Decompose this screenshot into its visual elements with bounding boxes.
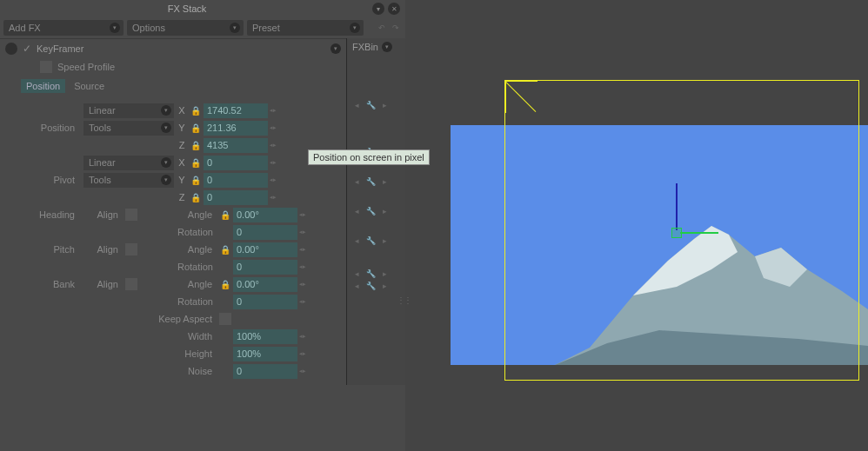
pivot-z-input[interactable] bbox=[204, 190, 268, 205]
lock-icon[interactable]: 🔒 bbox=[190, 174, 202, 186]
axis-y-handle[interactable] bbox=[676, 183, 678, 230]
stepper-icon[interactable]: ◂▸ bbox=[270, 176, 277, 183]
speed-profile-item[interactable]: Speed Profile bbox=[0, 58, 346, 76]
undo-icon[interactable]: ↶ bbox=[376, 22, 388, 34]
bank-angle-input[interactable] bbox=[233, 277, 297, 292]
panel-title: FX Stack bbox=[5, 3, 369, 14]
wrench-icon[interactable]: 🔧 bbox=[364, 235, 377, 247]
lock-icon[interactable]: 🔒 bbox=[190, 191, 202, 203]
stepper-icon[interactable]: ◂▸ bbox=[299, 263, 306, 270]
stepper-icon[interactable]: ◂▸ bbox=[299, 368, 306, 375]
position-y-input[interactable] bbox=[204, 121, 268, 136]
stepper-icon[interactable]: ◂▸ bbox=[299, 281, 306, 288]
bank-label: Bank bbox=[0, 279, 82, 289]
stepper-icon[interactable]: ◂▸ bbox=[270, 107, 277, 114]
toggle-icon[interactable] bbox=[5, 43, 17, 55]
prev-key-icon[interactable]: ◂ bbox=[351, 176, 363, 188]
prev-key-icon[interactable]: ◂ bbox=[351, 235, 363, 247]
fx-keyframer-row[interactable]: ✓ KeyFramer ▾ bbox=[0, 38, 346, 58]
next-key-icon[interactable]: ▸ bbox=[378, 99, 391, 111]
heading-angle-input[interactable] bbox=[233, 208, 297, 222]
chevron-down-icon: ▾ bbox=[350, 23, 360, 33]
axis-x-handle[interactable] bbox=[680, 232, 718, 234]
stepper-icon[interactable]: ◂▸ bbox=[299, 229, 306, 235]
bank-rotation-input[interactable] bbox=[233, 295, 297, 309]
stepper-icon[interactable]: ◂▸ bbox=[270, 124, 277, 131]
lock-icon[interactable]: 🔒 bbox=[190, 104, 202, 116]
stepper-icon[interactable]: ◂▸ bbox=[270, 194, 277, 201]
wrench-icon[interactable]: 🔧 bbox=[364, 280, 377, 292]
lock-icon[interactable]: 🔒 bbox=[190, 139, 202, 151]
pivot-tools-dropdown[interactable]: Tools▾ bbox=[83, 173, 174, 188]
preset-dropdown[interactable]: Preset ▾ bbox=[247, 20, 364, 36]
tab-position[interactable]: Position bbox=[21, 79, 65, 93]
position-z-input[interactable] bbox=[204, 138, 268, 153]
width-input[interactable] bbox=[233, 329, 297, 344]
wrench-icon[interactable]: 🔧 bbox=[364, 268, 377, 280]
position-x-input[interactable] bbox=[204, 103, 268, 118]
noise-input[interactable] bbox=[233, 364, 297, 379]
collapse-icon[interactable]: ▾ bbox=[372, 3, 384, 15]
next-key-icon[interactable]: ▸ bbox=[378, 235, 391, 247]
lock-icon[interactable]: 🔒 bbox=[190, 156, 202, 169]
axis-y-label: Y bbox=[176, 123, 188, 133]
close-icon[interactable]: ✕ bbox=[388, 3, 400, 15]
properties: Linear▾ X 🔒 ◂▸ Position Tools▾ Y 🔒 ◂▸ bbox=[0, 96, 346, 385]
tooltip: Position on screen in pixel bbox=[308, 149, 430, 165]
options-dropdown[interactable]: Options ▾ bbox=[127, 20, 244, 36]
next-key-icon[interactable]: ▸ bbox=[378, 268, 391, 280]
fxbin-header[interactable]: FXBin ▾ bbox=[347, 38, 403, 56]
fxbin-sidebar: FXBin ▾ ◂ 🔧 ▸ ◂ 🔧 ▸ ◂🔧▸ ◂🔧▸ ◂🔧▸ ◂🔧▸ bbox=[346, 38, 405, 385]
tab-source[interactable]: Source bbox=[69, 79, 110, 93]
rotation-label: Rotation bbox=[177, 262, 217, 272]
prev-key-icon[interactable]: ◂ bbox=[351, 280, 363, 292]
height-input[interactable] bbox=[233, 347, 297, 361]
add-fx-dropdown[interactable]: Add FX ▾ bbox=[3, 20, 124, 36]
pitch-angle-input[interactable] bbox=[233, 242, 297, 257]
stepper-icon[interactable]: ◂▸ bbox=[299, 350, 306, 357]
next-key-icon[interactable]: ▸ bbox=[378, 176, 391, 188]
prev-key-icon[interactable]: ◂ bbox=[351, 268, 363, 280]
pitch-label: Pitch bbox=[0, 244, 82, 255]
heading-rotation-input[interactable] bbox=[233, 225, 297, 240]
align-checkbox[interactable] bbox=[125, 278, 137, 290]
stepper-icon[interactable]: ◂▸ bbox=[299, 246, 306, 253]
panel-resize-handle[interactable]: ⋮⋮ bbox=[397, 295, 401, 309]
keep-aspect-checkbox[interactable] bbox=[219, 313, 231, 325]
next-key-icon[interactable]: ▸ bbox=[378, 280, 391, 292]
wrench-icon[interactable]: 🔧 bbox=[364, 99, 377, 111]
chevron-down-icon[interactable]: ▾ bbox=[331, 43, 341, 54]
pivot-x-input[interactable] bbox=[204, 156, 268, 170]
checkmark-icon[interactable]: ✓ bbox=[23, 43, 31, 55]
axis-z-label: Z bbox=[176, 140, 188, 150]
lock-icon[interactable]: 🔒 bbox=[219, 209, 231, 221]
position-mode-dropdown[interactable]: Linear▾ bbox=[83, 103, 174, 118]
wrench-icon[interactable]: 🔧 bbox=[364, 205, 377, 217]
prev-key-icon[interactable]: ◂ bbox=[351, 99, 363, 111]
lock-icon[interactable]: 🔒 bbox=[190, 122, 202, 134]
stepper-icon[interactable]: ◂▸ bbox=[299, 298, 306, 305]
align-checkbox[interactable] bbox=[125, 243, 137, 255]
align-checkbox[interactable] bbox=[125, 209, 137, 221]
pivot-mode-dropdown[interactable]: Linear▾ bbox=[83, 156, 174, 170]
next-key-icon[interactable]: ▸ bbox=[378, 205, 391, 217]
origin-handle[interactable] bbox=[671, 228, 682, 238]
stepper-icon[interactable]: ◂▸ bbox=[299, 333, 306, 340]
redo-icon[interactable]: ↷ bbox=[390, 22, 402, 34]
chevron-down-icon: ▾ bbox=[161, 157, 171, 168]
stepper-icon[interactable]: ◂▸ bbox=[270, 142, 277, 149]
position-tools-dropdown[interactable]: Tools▾ bbox=[83, 121, 174, 136]
stepper-icon[interactable]: ◂▸ bbox=[299, 211, 306, 218]
prev-key-icon[interactable]: ◂ bbox=[351, 205, 363, 217]
lock-icon[interactable]: 🔒 bbox=[219, 278, 231, 290]
checkbox[interactable] bbox=[40, 61, 52, 73]
wrench-icon[interactable]: 🔧 bbox=[364, 176, 377, 188]
stepper-icon[interactable]: ◂▸ bbox=[270, 159, 277, 166]
align-label: Align bbox=[83, 279, 124, 289]
lock-icon[interactable]: 🔒 bbox=[219, 243, 231, 255]
fx-stack-panel: FX Stack ▾ ✕ Add FX ▾ Options ▾ Preset ▾… bbox=[0, 0, 405, 451]
pitch-rotation-input[interactable] bbox=[233, 260, 297, 275]
selection-frame[interactable] bbox=[504, 80, 859, 381]
pivot-y-input[interactable] bbox=[204, 173, 268, 188]
toolbar: Add FX ▾ Options ▾ Preset ▾ ↶ ↷ bbox=[0, 17, 405, 38]
